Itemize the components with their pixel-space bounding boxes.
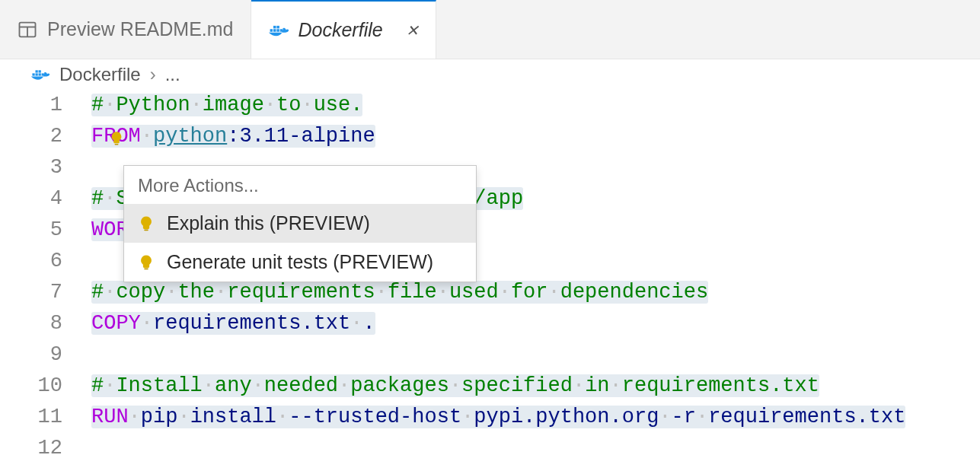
code-action-menu: More Actions... Explain this (PREVIEW) G… bbox=[123, 165, 477, 282]
line-number: 8 bbox=[0, 308, 91, 339]
code-line[interactable]: 8COPY·requirements.txt·. bbox=[0, 308, 980, 339]
menu-item-generate-tests[interactable]: Generate unit tests (PREVIEW) bbox=[124, 243, 476, 282]
svg-rect-10 bbox=[36, 73, 38, 75]
line-number: 11 bbox=[0, 402, 91, 433]
code-content[interactable]: RUN·pip·install·--trusted-host·pypi.pyth… bbox=[91, 402, 905, 433]
tab-label: Dockerfile bbox=[298, 19, 383, 41]
svg-rect-4 bbox=[273, 29, 276, 32]
code-line[interactable]: 9 bbox=[0, 339, 980, 371]
chevron-right-icon: › bbox=[150, 64, 156, 85]
menu-item-label: Generate unit tests (PREVIEW) bbox=[167, 251, 433, 273]
code-line[interactable]: 11RUN·pip·install·--trusted-host·pypi.py… bbox=[0, 402, 980, 433]
code-content[interactable]: COPY·requirements.txt·. bbox=[91, 308, 375, 339]
docker-icon bbox=[30, 67, 50, 82]
docker-icon bbox=[268, 22, 289, 39]
lightbulb-icon bbox=[138, 254, 155, 271]
svg-rect-6 bbox=[273, 25, 276, 28]
code-line[interactable]: 10#·Install·any·needed·packages·specifie… bbox=[0, 371, 980, 402]
svg-rect-9 bbox=[32, 73, 34, 75]
svg-rect-11 bbox=[39, 73, 41, 75]
preview-icon bbox=[17, 19, 38, 40]
svg-rect-3 bbox=[270, 29, 273, 32]
breadcrumb: Dockerfile › ... bbox=[0, 59, 980, 90]
svg-rect-15 bbox=[115, 144, 119, 145]
code-line[interactable]: 2FROM·python:3.11-alpine bbox=[0, 121, 980, 152]
line-number: 1 bbox=[0, 90, 91, 121]
line-number: 10 bbox=[0, 371, 91, 402]
code-content[interactable]: #·Install·any·needed·packages·specified·… bbox=[91, 371, 819, 402]
line-number: 6 bbox=[0, 246, 91, 277]
line-number: 5 bbox=[0, 215, 91, 246]
line-number: 3 bbox=[0, 152, 91, 183]
code-line[interactable]: 1#·Python·image·to·use. bbox=[0, 90, 980, 121]
svg-rect-17 bbox=[144, 268, 148, 269]
line-number: 2 bbox=[0, 121, 91, 152]
svg-rect-5 bbox=[276, 29, 279, 32]
lightbulb-icon bbox=[138, 215, 155, 232]
close-icon[interactable]: ✕ bbox=[406, 21, 419, 40]
tab-bar: Preview README.md Dockerfile ✕ bbox=[0, 0, 980, 59]
line-number: 4 bbox=[0, 183, 91, 215]
menu-item-explain[interactable]: Explain this (PREVIEW) bbox=[124, 204, 476, 243]
breadcrumb-rest[interactable]: ... bbox=[165, 64, 180, 85]
tab-preview-readme[interactable]: Preview README.md bbox=[0, 0, 251, 59]
code-content[interactable]: #·Python·image·to·use. bbox=[91, 90, 362, 121]
svg-rect-16 bbox=[144, 229, 148, 231]
code-content[interactable]: FROM·python:3.11-alpine bbox=[91, 121, 375, 152]
svg-rect-12 bbox=[36, 70, 38, 72]
tab-label: Preview README.md bbox=[47, 18, 234, 40]
menu-header: More Actions... bbox=[124, 166, 476, 204]
breadcrumb-file[interactable]: Dockerfile bbox=[59, 64, 141, 85]
lightbulb-icon[interactable] bbox=[109, 131, 124, 149]
line-number: 12 bbox=[0, 433, 91, 455]
menu-item-label: Explain this (PREVIEW) bbox=[167, 212, 370, 234]
line-number: 7 bbox=[0, 277, 91, 308]
svg-rect-13 bbox=[39, 70, 41, 72]
svg-rect-7 bbox=[276, 25, 279, 28]
line-number: 9 bbox=[0, 339, 91, 371]
code-line[interactable]: 12 bbox=[0, 433, 980, 455]
tab-dockerfile[interactable]: Dockerfile ✕ bbox=[251, 0, 436, 59]
